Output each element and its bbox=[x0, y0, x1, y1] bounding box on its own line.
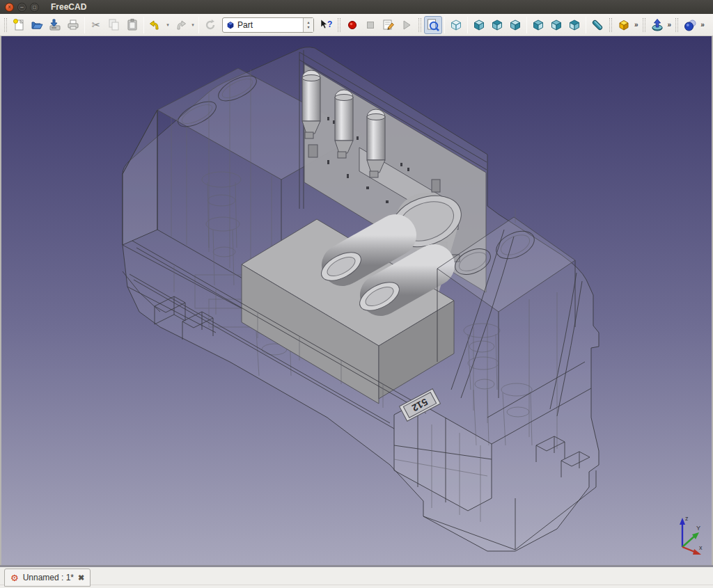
3d-viewport[interactable]: .w { fill:none; stroke:#3b3b42; stroke-w… bbox=[0, 36, 713, 565]
measure-icon bbox=[590, 17, 605, 33]
toolbar-drag-handle[interactable] bbox=[418, 18, 421, 32]
front-view-button[interactable] bbox=[470, 16, 488, 34]
toolbar-separator bbox=[586, 17, 586, 33]
cut-button[interactable]: ✂ bbox=[87, 16, 105, 34]
toolbar-drag-handle[interactable] bbox=[338, 18, 340, 32]
part-box-button[interactable] bbox=[615, 16, 633, 34]
measure-button[interactable] bbox=[588, 16, 606, 34]
redo-button[interactable] bbox=[171, 16, 189, 34]
redo-dropdown-arrow[interactable]: ▾ bbox=[189, 22, 196, 28]
window-minimize-button[interactable]: – bbox=[17, 3, 26, 12]
macro-record-button[interactable] bbox=[343, 16, 361, 34]
paste-button[interactable] bbox=[123, 16, 141, 34]
rear-view-button[interactable] bbox=[529, 16, 547, 34]
new-document-button[interactable] bbox=[10, 16, 28, 34]
fit-all-magnifier-icon bbox=[426, 18, 440, 32]
macro-stop-button[interactable] bbox=[361, 16, 379, 34]
print-button[interactable] bbox=[64, 16, 82, 34]
axis-z-label: z bbox=[685, 515, 689, 522]
boolean-spheres-icon bbox=[683, 18, 697, 32]
macro-play-button[interactable] bbox=[398, 16, 416, 34]
document-tab-label: Unnamed : 1* bbox=[23, 573, 74, 582]
workbench-selector[interactable]: Part ▴ ▾ bbox=[222, 17, 314, 33]
left-view-cube-icon bbox=[567, 18, 581, 32]
right-view-cube-icon bbox=[508, 18, 522, 32]
undo-icon bbox=[148, 18, 162, 32]
fit-all-button[interactable] bbox=[424, 16, 442, 34]
copy-icon bbox=[107, 18, 121, 32]
new-document-icon bbox=[12, 18, 26, 32]
toolbar-drag-handle[interactable] bbox=[643, 18, 645, 32]
save-icon bbox=[48, 18, 62, 32]
workbench-selected-value: Part bbox=[235, 20, 303, 30]
right-view-button[interactable] bbox=[506, 16, 524, 34]
part-extrude-button[interactable] bbox=[648, 16, 666, 34]
window-close-button[interactable]: x bbox=[5, 3, 14, 12]
macro-edit-button[interactable] bbox=[379, 16, 398, 34]
title-bar: x – ▢ FreeCAD bbox=[0, 0, 713, 14]
toolbar-drag-handle[interactable] bbox=[4, 18, 7, 32]
bottom-view-button[interactable] bbox=[547, 16, 565, 34]
print-icon bbox=[66, 18, 80, 32]
redo-icon bbox=[173, 18, 187, 32]
workbench-spinner[interactable]: ▴ ▾ bbox=[303, 18, 313, 32]
whats-this-button[interactable]: ? bbox=[317, 16, 335, 34]
toolbar-separator bbox=[84, 17, 85, 33]
whats-this-cursor-icon: ? bbox=[319, 18, 333, 32]
top-view-cube-icon bbox=[490, 18, 504, 32]
window-maximize-button[interactable]: ▢ bbox=[30, 3, 39, 12]
toolbar-separator bbox=[526, 17, 527, 33]
toolbar-drag-handle[interactable] bbox=[609, 18, 612, 32]
3d-model-locomotive[interactable]: .w { fill:none; stroke:#3b3b42; stroke-w… bbox=[1, 36, 712, 565]
part-box-icon bbox=[617, 18, 631, 32]
toolbar-separator bbox=[143, 17, 144, 33]
refresh-icon bbox=[203, 18, 217, 32]
freecad-logo-icon: ⚙ bbox=[10, 573, 19, 582]
record-icon bbox=[345, 18, 359, 32]
play-icon bbox=[400, 18, 414, 32]
stop-icon bbox=[363, 18, 377, 32]
axonometric-view-button[interactable] bbox=[447, 16, 465, 34]
document-tab-bar: ⚙ Unnamed : 1* ✖ bbox=[0, 565, 713, 588]
toolbar-separator bbox=[467, 17, 468, 33]
undo-button[interactable] bbox=[146, 16, 164, 34]
axis-x-label: x bbox=[699, 544, 703, 551]
save-document-button[interactable] bbox=[46, 16, 64, 34]
part-workbench-cube-icon bbox=[226, 20, 235, 30]
toolbar-drag-handle[interactable] bbox=[675, 18, 678, 32]
refresh-button[interactable] bbox=[201, 16, 219, 34]
paste-icon bbox=[125, 18, 139, 32]
extrude-icon bbox=[650, 18, 664, 32]
open-folder-icon bbox=[30, 18, 44, 32]
open-document-button[interactable] bbox=[28, 16, 46, 34]
scissors-icon: ✂ bbox=[92, 19, 101, 31]
left-view-button[interactable] bbox=[565, 16, 583, 34]
toolbar-overflow-chevron[interactable]: » bbox=[633, 21, 640, 29]
macro-edit-icon bbox=[382, 18, 395, 32]
tab-close-icon[interactable]: ✖ bbox=[78, 573, 84, 582]
window-title: FreeCAD bbox=[51, 2, 86, 12]
front-view-cube-icon bbox=[472, 18, 486, 32]
top-view-button[interactable] bbox=[488, 16, 506, 34]
svg-text:?: ? bbox=[327, 19, 332, 29]
axonometric-cube-icon bbox=[449, 18, 463, 32]
bottom-view-cube-icon bbox=[549, 18, 563, 32]
toolbar-overflow-chevron[interactable]: » bbox=[699, 21, 706, 29]
toolbar-separator bbox=[444, 17, 445, 33]
toolbar-separator bbox=[198, 17, 199, 33]
part-boolean-button[interactable] bbox=[681, 16, 699, 34]
axis-y-label: Y bbox=[696, 525, 700, 532]
undo-dropdown-arrow[interactable]: ▾ bbox=[164, 22, 171, 28]
main-toolbar: ✂ ▾ ▾ bbox=[0, 14, 713, 36]
rear-view-cube-icon bbox=[531, 18, 545, 32]
document-tab-unnamed[interactable]: ⚙ Unnamed : 1* ✖ bbox=[4, 569, 91, 587]
copy-button[interactable] bbox=[105, 16, 123, 34]
toolbar-overflow-chevron[interactable]: » bbox=[666, 21, 673, 29]
axis-indicator: z Y x bbox=[664, 514, 705, 557]
